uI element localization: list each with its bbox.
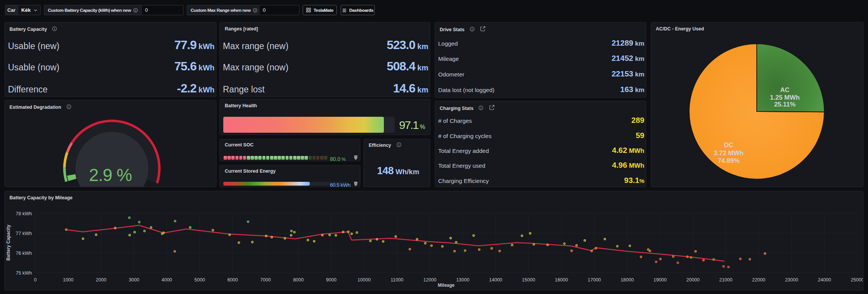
- svg-text:14000: 14000: [489, 277, 502, 283]
- svg-text:25.11%: 25.11%: [774, 101, 796, 108]
- svg-text:75 kWh: 75 kWh: [16, 270, 32, 276]
- svg-text:Battery Capacity: Battery Capacity: [6, 224, 11, 261]
- svg-text:20000: 20000: [687, 277, 700, 283]
- svg-text:12000: 12000: [423, 277, 437, 283]
- svg-text:16000: 16000: [555, 277, 568, 283]
- svg-text:76 kWh: 76 kWh: [16, 251, 32, 256]
- svg-text:17000: 17000: [588, 277, 601, 283]
- svg-text:1.25 MWh: 1.25 MWh: [770, 94, 800, 101]
- svg-text:DC: DC: [724, 141, 734, 149]
- svg-text:6000: 6000: [227, 277, 238, 283]
- svg-text:23000: 23000: [785, 277, 798, 283]
- svg-text:78 kWh: 78 kWh: [16, 211, 32, 216]
- svg-text:9000: 9000: [326, 277, 336, 283]
- svg-text:3.72 MWh: 3.72 MWh: [714, 149, 743, 157]
- svg-text:18000: 18000: [620, 277, 634, 283]
- svg-text:15000: 15000: [522, 277, 535, 283]
- svg-text:3000: 3000: [129, 277, 139, 283]
- svg-text:22000: 22000: [752, 277, 765, 283]
- svg-text:1000: 1000: [63, 277, 74, 283]
- svg-text:0: 0: [34, 277, 37, 283]
- svg-text:11000: 11000: [391, 277, 404, 283]
- svg-text:2000: 2000: [96, 277, 106, 283]
- svg-text:13000: 13000: [456, 277, 469, 283]
- svg-text:24000: 24000: [818, 277, 831, 283]
- svg-text:Mileage: Mileage: [438, 283, 455, 288]
- svg-text:AC: AC: [780, 86, 790, 94]
- svg-text:2.9 %: 2.9 %: [89, 165, 132, 185]
- svg-text:77 kWh: 77 kWh: [16, 231, 32, 236]
- svg-text:7000: 7000: [260, 277, 271, 283]
- svg-text:74.89%: 74.89%: [718, 157, 740, 164]
- svg-text:21000: 21000: [719, 277, 732, 283]
- svg-text:8000: 8000: [293, 277, 304, 283]
- svg-text:5000: 5000: [194, 277, 205, 283]
- svg-text:10000: 10000: [358, 277, 371, 283]
- svg-text:4000: 4000: [161, 277, 172, 283]
- svg-text:19000: 19000: [653, 277, 667, 283]
- svg-text:25000: 25000: [851, 277, 863, 283]
